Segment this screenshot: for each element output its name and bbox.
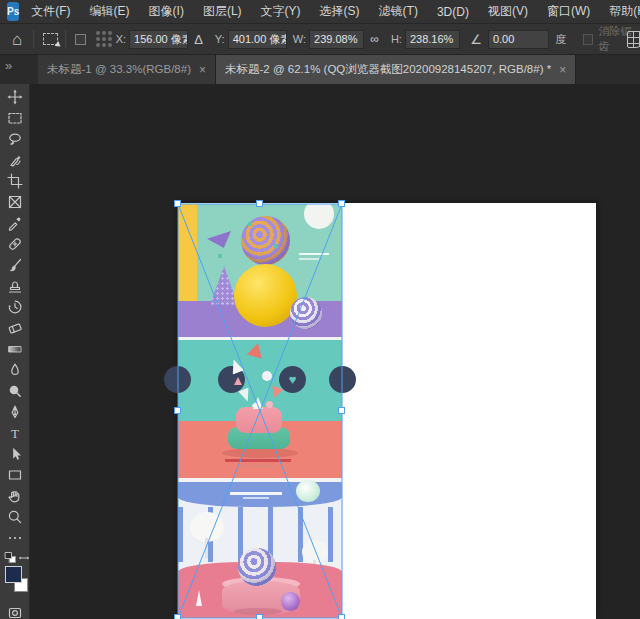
- quick-mask-icon[interactable]: [0, 605, 29, 619]
- options-bar: ⌂ X: 156.00 像素 Δ Y: 401.00 像素 W: 239.08%…: [0, 24, 640, 55]
- close-tab-icon[interactable]: ×: [559, 63, 566, 77]
- clone-stamp-tool[interactable]: [0, 275, 30, 296]
- w-field-label: W:: [293, 33, 306, 45]
- document-tab-untitled-2[interactable]: 未标题-2 @ 62.1% (QQ浏览器截图20200928145207, RG…: [216, 55, 576, 84]
- glow-orb: [296, 480, 320, 502]
- tiny-text-line: [299, 258, 319, 260]
- type-tool[interactable]: T: [0, 422, 30, 443]
- tools-panel: T: [0, 84, 30, 619]
- striped-ball: [238, 548, 276, 586]
- width-scale-input[interactable]: 239.08%: [309, 30, 364, 49]
- menu-item-help[interactable]: 帮助(H): [609, 3, 640, 20]
- zoom-tool[interactable]: [0, 506, 30, 527]
- transform-handle-bottom-center[interactable]: [256, 614, 263, 619]
- tab-label: 未标题-2 @ 62.1% (QQ浏览器截图20200928145207, RG…: [225, 62, 551, 77]
- eraser-tool[interactable]: [0, 317, 30, 338]
- history-brush-tool[interactable]: [0, 296, 30, 317]
- transform-handle-middle-right[interactable]: [338, 407, 345, 414]
- link-dimensions-icon[interactable]: ∞: [370, 33, 379, 45]
- menu-item-type[interactable]: 文字(Y): [261, 3, 301, 20]
- pen-tool[interactable]: [0, 401, 30, 422]
- rectangular-marquee-tool[interactable]: [0, 107, 30, 128]
- tiny-text-line: [299, 253, 329, 255]
- reference-point-toggle[interactable]: [75, 34, 86, 45]
- h-field-label: H:: [391, 33, 402, 45]
- striped-ball-small: [290, 297, 322, 329]
- hand-tool[interactable]: [0, 485, 30, 506]
- x-position-input[interactable]: 156.00 像素: [129, 30, 188, 49]
- transform-handle-bottom-left[interactable]: [174, 614, 181, 619]
- pasted-smart-object[interactable]: ♥: [178, 204, 342, 618]
- image-section-cake-podium: [178, 421, 342, 478]
- anti-alias-checkbox[interactable]: [583, 34, 594, 45]
- spot-healing-brush-tool[interactable]: [0, 233, 30, 254]
- height-scale-input[interactable]: 238.16%: [405, 30, 460, 49]
- transform-handle-top-right[interactable]: [338, 200, 345, 207]
- canvas-area[interactable]: ♥: [30, 84, 640, 619]
- foreground-color-swatch[interactable]: [5, 566, 22, 583]
- sprinkle-dot: [248, 222, 252, 226]
- menu-item-file[interactable]: 文件(F): [31, 3, 70, 20]
- blur-tool[interactable]: [0, 359, 30, 380]
- default-colors-icon[interactable]: [4, 550, 17, 564]
- red-text-line: [225, 459, 291, 462]
- tools-panel-collapse-icon[interactable]: »: [0, 55, 38, 84]
- path-selection-tool[interactable]: [0, 443, 30, 464]
- menu-item-view[interactable]: 视图(V): [488, 3, 528, 20]
- menu-item-layer[interactable]: 图层(L): [203, 3, 242, 20]
- warp-mode-icon[interactable]: [627, 31, 640, 48]
- red-text-line: [241, 465, 275, 467]
- y-position-input[interactable]: 401.00 像素: [228, 30, 287, 49]
- y-field-label: Y:: [215, 33, 225, 45]
- pink-ball-topper: [266, 401, 273, 408]
- close-tab-icon[interactable]: ×: [199, 63, 206, 77]
- transform-handle-bottom-right[interactable]: [338, 614, 345, 619]
- white-text-line: [243, 497, 269, 499]
- reference-point-locator-icon[interactable]: [96, 31, 100, 35]
- transform-handle-top-center[interactable]: [256, 200, 263, 207]
- eyedropper-tool[interactable]: [0, 212, 30, 233]
- crop-tool[interactable]: [0, 170, 30, 191]
- lasso-tool[interactable]: [0, 128, 30, 149]
- document-tab-untitled-1[interactable]: 未标题-1 @ 33.3%(RGB/8#) ×: [38, 55, 216, 84]
- color-controls-row: [0, 548, 29, 564]
- rotation-angle-input[interactable]: 0.00: [488, 30, 549, 49]
- tab-label: 未标题-1 @ 33.3%(RGB/8#): [47, 62, 191, 77]
- yellow-sphere: [234, 264, 297, 327]
- rectangle-tool[interactable]: [0, 464, 30, 485]
- purple-triangle: [207, 231, 231, 248]
- frame-tool[interactable]: [0, 191, 30, 212]
- home-icon[interactable]: ⌂: [12, 31, 22, 48]
- falling-red-cone: [246, 341, 265, 359]
- tree-trunk: [205, 538, 208, 558]
- falling-white-ball: [262, 371, 272, 381]
- white-circle: [304, 204, 334, 229]
- move-tool[interactable]: [0, 86, 30, 107]
- white-text-line: [230, 492, 282, 495]
- menu-item-image[interactable]: 图像(I): [149, 3, 184, 20]
- menu-item-filter[interactable]: 滤镜(T): [379, 3, 418, 20]
- menu-item-edit[interactable]: 编辑(E): [90, 3, 130, 20]
- swap-colors-icon[interactable]: [17, 550, 30, 564]
- dodge-tool[interactable]: [0, 380, 30, 401]
- menu-item-3d[interactable]: 3D(D): [437, 5, 469, 19]
- yellow-wall: [178, 204, 197, 304]
- transform-handle-top-left[interactable]: [174, 200, 181, 207]
- quick-selection-tool[interactable]: [0, 149, 30, 170]
- gradient-tool[interactable]: [0, 338, 30, 359]
- transform-handle-middle-left[interactable]: [174, 407, 181, 414]
- pink-cake-top: [236, 407, 282, 433]
- transform-reference-icon[interactable]: [43, 33, 58, 45]
- brush-tool[interactable]: [0, 254, 30, 275]
- navy-circle: [164, 366, 191, 393]
- edit-toolbar-ellipsis[interactable]: [0, 527, 30, 548]
- relative-position-delta-icon[interactable]: Δ: [194, 33, 203, 46]
- menu-item-select[interactable]: 选择(S): [320, 3, 360, 20]
- image-section-teal-spheres: [178, 204, 342, 337]
- separator: [65, 30, 66, 48]
- svg-text:T: T: [11, 425, 19, 440]
- image-section-carousel: [178, 478, 342, 618]
- menu-item-window[interactable]: 窗口(W): [547, 3, 590, 20]
- sprinkle-dot: [274, 244, 278, 248]
- photoshop-logo: Ps: [7, 2, 19, 21]
